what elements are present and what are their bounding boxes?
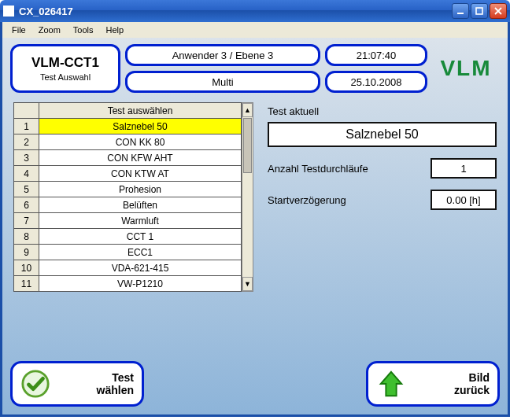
- table-row[interactable]: 3CON KFW AHT: [14, 150, 242, 166]
- user-level-box[interactable]: Anwender 3 / Ebene 3: [125, 44, 320, 66]
- window-title: CX_026417: [19, 6, 452, 17]
- menu-zoom[interactable]: Zoom: [32, 24, 67, 36]
- table-row[interactable]: 11VW-P1210: [14, 276, 242, 292]
- table-row[interactable]: 5Prohesion: [14, 182, 242, 197]
- back-button[interactable]: Bildzurück: [366, 361, 500, 407]
- table-row[interactable]: 6Belüften: [14, 197, 242, 213]
- titlebar: CX_026417: [0, 0, 510, 22]
- checkmark-icon: [20, 369, 50, 399]
- row-number: 1: [14, 119, 39, 134]
- details-panel: Test aktuell Salznebel 50 Anzahl Testdur…: [268, 102, 497, 292]
- menu-file[interactable]: File: [6, 24, 32, 36]
- menubar: File Zoom Tools Help: [0, 22, 510, 38]
- row-number: 5: [14, 182, 39, 197]
- close-button[interactable]: [490, 3, 507, 19]
- scroll-up-icon[interactable]: ▲: [242, 103, 253, 117]
- row-name: Salznebel 50: [39, 119, 242, 134]
- bottom-buttons: Testwählen Bildzurück: [10, 361, 500, 407]
- runs-input[interactable]: 1: [431, 158, 497, 179]
- vlm-logo: VLM: [432, 44, 500, 93]
- row-name: Prohesion: [39, 182, 242, 197]
- maximize-button[interactable]: [471, 3, 488, 19]
- current-test-label: Test aktuell: [268, 105, 497, 117]
- select-test-label: Testwählen: [58, 371, 134, 396]
- row-name: CON KFW AHT: [39, 150, 242, 166]
- row-number: 2: [14, 134, 39, 150]
- table-row[interactable]: 8CCT 1: [14, 229, 242, 245]
- table-row[interactable]: 10VDA-621-415: [14, 260, 242, 276]
- menu-tools[interactable]: Tools: [67, 24, 100, 36]
- current-test-value: Salznebel 50: [268, 122, 497, 147]
- row-name: CON KTW AT: [39, 166, 242, 182]
- select-test-button[interactable]: Testwählen: [10, 361, 144, 407]
- row-number: 8: [14, 229, 39, 245]
- table-row[interactable]: 7Warmluft: [14, 213, 242, 229]
- row-number: 3: [14, 150, 39, 166]
- table-row[interactable]: 2CON KK 80: [14, 134, 242, 150]
- scroll-down-icon[interactable]: ▼: [242, 277, 253, 291]
- row-name: Warmluft: [39, 213, 242, 229]
- row-name: CON KK 80: [39, 134, 242, 150]
- menu-help[interactable]: Help: [100, 24, 131, 36]
- runs-label: Anzahl Testdurchläufe: [268, 163, 423, 175]
- row-number: 4: [14, 166, 39, 182]
- test-list: Test auswählen 1Salznebel 502CON KK 803C…: [13, 102, 253, 292]
- table-row[interactable]: 4CON KTW AT: [14, 166, 242, 182]
- mode-box[interactable]: Multi: [125, 71, 320, 93]
- main-area: Test auswählen 1Salznebel 502CON KK 803C…: [2, 96, 508, 292]
- date-box: 25.10.2008: [325, 71, 427, 93]
- row-number: 9: [14, 245, 39, 260]
- svg-rect-1: [476, 8, 482, 14]
- scroll-thumb[interactable]: [243, 118, 252, 173]
- row-name: VW-P1210: [39, 276, 242, 292]
- table-row[interactable]: 1Salznebel 50: [14, 119, 242, 134]
- row-number: 7: [14, 213, 39, 229]
- product-box: VLM-CCT1 Test Auswahl: [10, 44, 120, 93]
- row-number: 10: [14, 260, 39, 276]
- row-name: VDA-621-415: [39, 260, 242, 276]
- svg-point-2: [23, 371, 48, 396]
- row-number: 11: [14, 276, 39, 292]
- svg-rect-0: [457, 13, 464, 14]
- row-name: ECC1: [39, 245, 242, 260]
- product-subtitle: Test Auswahl: [40, 72, 91, 82]
- table-row[interactable]: 9ECC1: [14, 245, 242, 260]
- time-box: 21:07:40: [325, 44, 427, 66]
- header-row: VLM-CCT1 Test Auswahl Anwender 3 / Ebene…: [2, 38, 508, 96]
- delay-label: Startverzögerung: [268, 194, 423, 206]
- table-corner: [14, 103, 39, 119]
- test-table: Test auswählen 1Salznebel 502CON KK 803C…: [13, 102, 242, 292]
- minimize-button[interactable]: [452, 3, 469, 19]
- arrow-up-icon: [376, 369, 406, 399]
- row-number: 6: [14, 197, 39, 213]
- row-name: CCT 1: [39, 229, 242, 245]
- back-button-label: Bildzurück: [414, 371, 490, 396]
- product-name: VLM-CCT1: [31, 55, 99, 71]
- delay-input[interactable]: 0.00 [h]: [431, 190, 497, 210]
- table-header: Test auswählen: [39, 103, 242, 119]
- app-icon: [3, 6, 14, 17]
- row-name: Belüften: [39, 197, 242, 213]
- client-area: VLM-CCT1 Test Auswahl Anwender 3 / Ebene…: [0, 38, 510, 417]
- scrollbar[interactable]: ▲ ▼: [242, 102, 253, 292]
